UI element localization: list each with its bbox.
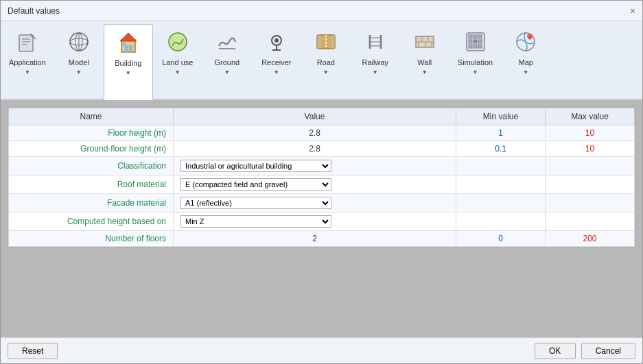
svg-point-18: [274, 38, 279, 43]
building-label: Building: [115, 59, 141, 67]
row-value-select[interactable]: Industrial or agricultural building: [180, 160, 331, 172]
toolbar-item-receiver[interactable]: Receiver ▼: [252, 24, 301, 99]
wall-label: Wall: [417, 58, 432, 66]
row-value[interactable]: Industrial or agricultural building: [174, 157, 456, 175]
svg-rect-13: [129, 45, 132, 51]
row-min: [456, 157, 546, 175]
toolbar-item-road[interactable]: Road ▼: [301, 24, 351, 99]
toolbar-item-building[interactable]: Building ▼: [104, 24, 153, 100]
cancel-button[interactable]: Cancel: [581, 343, 635, 359]
svg-rect-39: [474, 35, 477, 38]
map-icon: [512, 28, 539, 56]
table-row: Number of floors20200: [9, 231, 635, 247]
landuse-arrow: ▼: [175, 69, 180, 75]
row-name: Number of floors: [9, 231, 174, 247]
svg-rect-43: [478, 40, 482, 43]
svg-rect-23: [317, 35, 321, 49]
row-min: [456, 213, 546, 231]
receiver-label: Receiver: [261, 58, 291, 66]
row-name: Ground-floor height (m): [9, 141, 174, 157]
railway-label: Railway: [362, 58, 389, 66]
model-arrow: ▼: [76, 69, 82, 75]
svg-rect-46: [478, 45, 482, 48]
close-button[interactable]: ×: [630, 6, 635, 16]
road-icon: [312, 28, 340, 56]
row-max: [546, 175, 635, 194]
data-table: Name Value Min value Max value Floor hei…: [8, 108, 635, 247]
ground-arrow: ▼: [224, 69, 230, 75]
row-min: 0.1: [456, 141, 546, 157]
svg-rect-0: [19, 35, 33, 51]
wall-icon: [411, 28, 439, 56]
row-name: Roof material: [9, 175, 174, 194]
table-row: Computed height based onMin Z: [9, 213, 635, 231]
road-arrow: ▼: [323, 69, 329, 75]
toolbar-item-railway[interactable]: Railway ▼: [351, 24, 400, 99]
content-area: Name Value Min value Max value Floor hei…: [1, 100, 642, 337]
row-min: 0: [456, 231, 546, 247]
toolbar-item-model[interactable]: Model ▼: [54, 24, 104, 99]
row-max: [546, 157, 635, 175]
receiver-icon: [263, 28, 290, 56]
table-row: Facade materialA1 (reflective): [9, 194, 635, 213]
svg-marker-11: [120, 33, 137, 41]
row-value-select[interactable]: E (compacted field and gravel): [180, 178, 331, 191]
row-name: Floor height (m): [9, 125, 174, 141]
row-value[interactable]: A1 (reflective): [174, 194, 456, 213]
row-min: 1: [456, 125, 546, 141]
row-name: Computed height based on: [9, 213, 174, 231]
col-header-value: Value: [174, 108, 456, 125]
toolbar-item-application[interactable]: Application ▼: [1, 24, 54, 99]
svg-rect-40: [478, 35, 482, 38]
reset-button[interactable]: Reset: [8, 343, 58, 359]
simulation-arrow: ▼: [473, 69, 478, 75]
row-max: [546, 213, 635, 231]
map-label: Map: [518, 58, 533, 66]
toolbar-item-ground[interactable]: Ground ▼: [202, 24, 252, 99]
footer: Reset OK Cancel: [1, 337, 642, 363]
col-header-min: Min value: [456, 108, 546, 125]
railway-icon: [362, 28, 389, 56]
landuse-label: Land use: [162, 58, 193, 66]
ground-label: Ground: [214, 58, 239, 66]
wall-arrow: ▼: [422, 69, 428, 75]
landuse-icon: [164, 28, 191, 56]
ok-button[interactable]: OK: [535, 343, 576, 359]
svg-rect-38: [469, 35, 472, 38]
row-value: 2: [174, 231, 456, 247]
row-max: 10: [546, 141, 635, 157]
toolbar-item-map[interactable]: Map ▼: [501, 24, 550, 99]
row-value[interactable]: Min Z: [174, 213, 456, 231]
table-row: ClassificationIndustrial or agricultural…: [9, 157, 635, 175]
dialog-title: Default values: [8, 6, 60, 16]
receiver-arrow: ▼: [274, 69, 279, 75]
table-row: Floor height (m)2.8110: [9, 125, 635, 141]
row-value[interactable]: E (compacted field and gravel): [174, 175, 456, 194]
svg-point-15: [169, 33, 187, 51]
application-label: Application: [9, 58, 46, 66]
svg-rect-14: [122, 43, 126, 46]
toolbar-item-landuse[interactable]: Land use ▼: [153, 24, 202, 99]
toolbar-item-wall[interactable]: Wall ▼: [400, 24, 449, 99]
building-icon: [115, 29, 142, 56]
table-row: Roof materialE (compacted field and grav…: [9, 175, 635, 194]
map-arrow: ▼: [523, 69, 528, 75]
row-value-select[interactable]: Min Z: [180, 215, 331, 228]
title-bar: Default values ×: [1, 1, 642, 21]
building-arrow: ▼: [126, 70, 131, 76]
row-min: [456, 194, 546, 213]
row-max: [546, 194, 635, 213]
row-name: Classification: [9, 157, 174, 175]
col-header-name: Name: [9, 108, 174, 125]
row-value-select[interactable]: A1 (reflective): [180, 197, 331, 209]
data-table-container: Name Value Min value Max value Floor hei…: [8, 107, 635, 247]
col-header-max: Max value: [546, 108, 635, 125]
simulation-icon: [462, 28, 489, 56]
row-max: 10: [546, 125, 635, 141]
model-icon: [65, 28, 93, 56]
road-label: Road: [317, 58, 335, 66]
footer-right-buttons: OK Cancel: [535, 343, 635, 359]
ground-icon: [213, 28, 241, 56]
row-min: [456, 175, 546, 194]
toolbar-item-simulation[interactable]: Simulation ▼: [449, 24, 501, 99]
